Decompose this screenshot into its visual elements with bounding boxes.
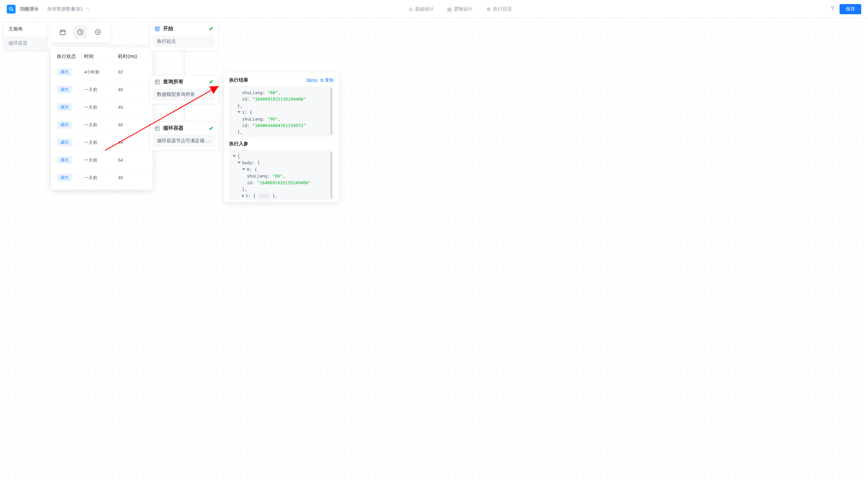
log-time: 一天前: [84, 175, 118, 181]
result-title: 执行结果: [229, 77, 248, 83]
top-tabs: ◎ 基础设计 ▤ 逻辑设计 🗎 执行日志: [94, 6, 827, 12]
log-row[interactable]: 成功一天前64: [57, 151, 146, 169]
tab-label: 执行日志: [493, 6, 512, 12]
log-time: 一天前: [84, 140, 118, 146]
elapsed-time: 36ms: [306, 78, 318, 83]
check-icon: ✔: [209, 125, 214, 131]
node-body-label: 执行起点: [157, 38, 176, 44]
node-start[interactable]: 开始 ✔ 执行起点 ›: [149, 22, 219, 51]
node-title: 开始: [163, 25, 173, 32]
tab-label: 基础设计: [415, 6, 434, 12]
exec-toolbar: [51, 22, 110, 43]
node-loop-body[interactable]: 循环容器节点可满足循… ›: [153, 135, 215, 147]
svg-rect-5: [155, 126, 159, 130]
log-dur: 49: [118, 105, 146, 110]
log-dur: 82: [118, 69, 146, 75]
node-loop[interactable]: 循环容器 ✔ 循环容器节点可满足循… ›: [149, 121, 219, 151]
tab-base-design[interactable]: ◎ 基础设计: [409, 6, 434, 12]
status-badge: 成功: [57, 121, 72, 129]
node-query-body[interactable]: 数据模型查询所有 ›: [153, 88, 215, 101]
calendar-icon: [59, 29, 66, 36]
flow: 开始 ✔ 执行起点 › 查询所有 ✔ 数据模型查询所有 ›: [149, 22, 219, 151]
svg-rect-1: [60, 30, 65, 35]
node-body-label: 循环容器节点可满足循…: [157, 138, 209, 144]
edit-icon[interactable]: ✎: [86, 6, 90, 12]
topbar-right: ? 保存: [831, 4, 861, 14]
crumb-current: 所有数据数量加1: [47, 6, 83, 12]
status-badge: 成功: [57, 86, 72, 93]
log-time: 一天前: [84, 104, 118, 110]
tab-loop-container[interactable]: 循环容器: [4, 36, 47, 50]
log-row[interactable]: 成功一天前46: [57, 116, 146, 133]
log-time: 一天前: [84, 157, 118, 163]
log-row[interactable]: 成功一天前48: [57, 169, 146, 186]
status-badge: 成功: [57, 139, 72, 146]
log-row[interactable]: 成功一天前48: [57, 81, 146, 98]
log-icon: 🗎: [486, 6, 491, 12]
result-input[interactable]: {body: [0: {shuLiang: 68,id: 16406919251…: [229, 150, 334, 201]
check-icon: ✔: [209, 79, 214, 85]
log-dur: 46: [118, 122, 146, 127]
log-row[interactable]: 成功一天前49: [57, 133, 146, 151]
chevron-right-icon: ›: [209, 92, 211, 97]
tab-exec-log[interactable]: 🗎 执行日志: [486, 6, 512, 12]
doc-icon: ▤: [447, 6, 452, 12]
topbar: 功能演示 › 所有数据数量加1 ✎ ◎ 基础设计 ▤ 逻辑设计 🗎 执行日志 ?…: [0, 0, 868, 18]
log-row[interactable]: 成功4小时前82: [57, 63, 146, 81]
result-output[interactable]: shuLiang: 68,id: 1640691925135249408},1:…: [229, 86, 334, 137]
result-title-row: 执行结果 36ms ⧉ 复制: [229, 77, 334, 83]
log-time: 一天前: [84, 122, 118, 128]
log-time: 一天前: [84, 87, 118, 93]
chevron-right-icon: ›: [209, 39, 211, 44]
tab-logic-design[interactable]: ▤ 逻辑设计: [447, 6, 473, 12]
app-logo: [7, 5, 16, 14]
tab-label: 逻辑设计: [454, 6, 473, 12]
node-body-label: 数据模型查询所有: [157, 91, 195, 98]
canvas[interactable]: 主画布 循环容器 执行状态 时间 耗时(ms) 成功4小时前82成功一天前48成…: [0, 18, 868, 482]
col-dur: 耗时(ms): [118, 54, 146, 60]
node-query[interactable]: 查询所有 ✔ 数据模型查询所有 ›: [149, 75, 219, 104]
chevron-right-icon: ›: [209, 138, 211, 144]
log-row[interactable]: 成功一天前49: [57, 98, 146, 116]
result-panel: 执行结果 36ms ⧉ 复制 shuLiang: 68,id: 16406919…: [224, 72, 339, 202]
status-badge: 成功: [57, 156, 72, 164]
copy-button[interactable]: ⧉ 复制: [320, 77, 334, 83]
log-dur: 48: [118, 175, 146, 180]
col-time: 时间: [84, 54, 118, 60]
connector: [184, 51, 184, 75]
exec-log-panel: 执行状态 时间 耗时(ms) 成功4小时前82成功一天前48成功一天前49成功一…: [51, 22, 153, 190]
params-title: 执行入参: [229, 141, 334, 147]
log-dur: 64: [118, 158, 146, 163]
scrollbar[interactable]: [330, 88, 332, 135]
scrollbar[interactable]: [330, 152, 332, 198]
play-button[interactable]: [92, 26, 104, 39]
copy-icon: ⧉: [320, 78, 323, 83]
clock-button[interactable]: [74, 26, 87, 39]
status-badge: 成功: [57, 174, 72, 182]
copy-label: 复制: [325, 77, 334, 83]
crumb-root[interactable]: 功能演示: [20, 6, 39, 12]
exec-log-list: 执行状态 时间 耗时(ms) 成功4小时前82成功一天前48成功一天前49成功一…: [51, 47, 153, 190]
node-title: 循环容器: [163, 125, 183, 131]
save-button[interactable]: 保存: [840, 4, 861, 14]
node-start-body[interactable]: 执行起点 ›: [153, 35, 215, 47]
target-icon: ◎: [409, 6, 413, 12]
col-status: 执行状态: [57, 54, 84, 60]
log-dur: 48: [118, 87, 146, 92]
table-icon: [154, 125, 160, 131]
status-badge: 成功: [57, 68, 72, 76]
table-icon: [154, 79, 160, 85]
clock-icon: [77, 29, 84, 36]
crumb-sep: ›: [42, 6, 44, 12]
tab-main-canvas[interactable]: 主画布: [4, 22, 47, 36]
canvas-tabs: 主画布 循环容器: [3, 22, 47, 51]
svg-rect-4: [155, 80, 159, 84]
log-dur: 49: [118, 140, 146, 145]
status-badge: 成功: [57, 103, 72, 111]
calendar-button[interactable]: [56, 26, 69, 39]
layers-icon: [154, 26, 160, 32]
check-icon: ✔: [209, 26, 214, 32]
log-time: 4小时前: [84, 69, 118, 75]
help-icon[interactable]: ?: [831, 5, 834, 13]
node-title: 查询所有: [163, 79, 183, 85]
